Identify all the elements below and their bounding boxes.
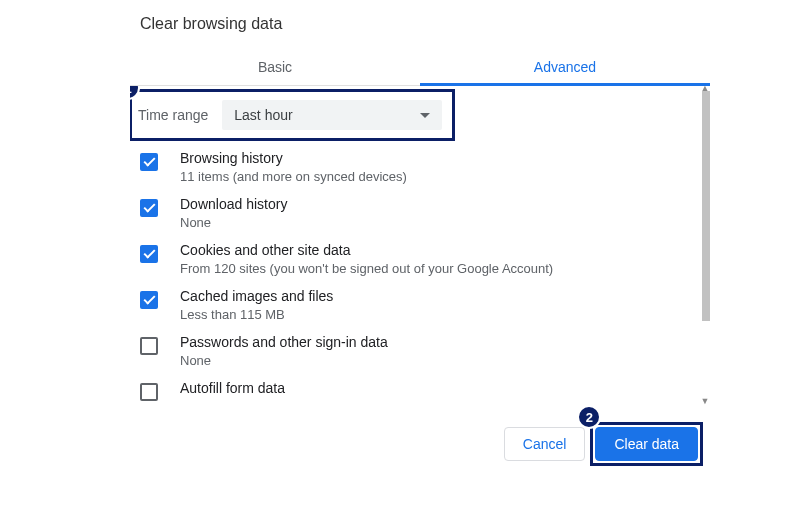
scrollbar[interactable]: ▲ ▼ — [700, 91, 710, 401]
list-item: Cookies and other site dataFrom 120 site… — [140, 242, 690, 276]
list-item: Download historyNone — [140, 196, 690, 230]
tab-advanced[interactable]: Advanced — [420, 51, 710, 85]
annotation-badge-2: 2 — [577, 405, 601, 429]
checkmark-icon — [143, 155, 155, 167]
item-text: Passwords and other sign-in dataNone — [180, 334, 388, 368]
checkmark-icon — [143, 201, 155, 213]
item-desc: From 120 sites (you won't be signed out … — [180, 261, 553, 276]
item-desc: None — [180, 353, 388, 368]
checkmark-icon — [143, 247, 155, 259]
item-desc: None — [180, 215, 287, 230]
content: 1 Time range Last hour Browsing history1… — [130, 92, 710, 401]
item-title: Passwords and other sign-in data — [180, 334, 388, 350]
item-desc: 11 items (and more on synced devices) — [180, 169, 407, 184]
tab-bar: Basic Advanced — [130, 51, 710, 86]
tab-basic[interactable]: Basic — [130, 51, 420, 85]
checkmark-icon — [143, 293, 155, 305]
checkbox[interactable] — [140, 291, 158, 309]
scroll-down-icon[interactable]: ▼ — [700, 396, 710, 406]
item-text: Browsing history11 items (and more on sy… — [180, 150, 407, 184]
annotation-box-1: 1 — [130, 89, 455, 141]
checkbox[interactable] — [140, 383, 158, 401]
list-item: Browsing history11 items (and more on sy… — [140, 150, 690, 184]
annotation-badge-1: 1 — [130, 86, 140, 100]
list-item: Autofill form data — [140, 380, 690, 401]
time-range-row: 1 Time range Last hour — [132, 92, 690, 138]
item-title: Cached images and files — [180, 288, 333, 304]
cancel-button[interactable]: Cancel — [504, 427, 586, 461]
item-title: Autofill form data — [180, 380, 285, 396]
scrollbar-thumb[interactable] — [702, 91, 710, 321]
clear-data-wrap: 2 Clear data — [595, 427, 698, 461]
checkbox[interactable] — [140, 199, 158, 217]
item-text: Autofill form data — [180, 380, 285, 396]
list-item: Passwords and other sign-in dataNone — [140, 334, 690, 368]
dialog-footer: Cancel 2 Clear data — [504, 427, 710, 461]
item-title: Download history — [180, 196, 287, 212]
scroll-region: 1 Time range Last hour Browsing history1… — [130, 86, 710, 411]
options-list: Browsing history11 items (and more on sy… — [132, 150, 690, 401]
dialog-title: Clear browsing data — [130, 15, 710, 33]
checkbox[interactable] — [140, 153, 158, 171]
checkbox[interactable] — [140, 245, 158, 263]
item-text: Cached images and filesLess than 115 MB — [180, 288, 333, 322]
item-title: Cookies and other site data — [180, 242, 553, 258]
item-desc: Less than 115 MB — [180, 307, 333, 322]
annotation-box-2: 2 — [590, 422, 703, 466]
clear-browsing-data-dialog: Clear browsing data Basic Advanced 1 Tim… — [130, 15, 710, 411]
list-item: Cached images and filesLess than 115 MB — [140, 288, 690, 322]
item-text: Download historyNone — [180, 196, 287, 230]
item-title: Browsing history — [180, 150, 407, 166]
item-text: Cookies and other site dataFrom 120 site… — [180, 242, 553, 276]
checkbox[interactable] — [140, 337, 158, 355]
